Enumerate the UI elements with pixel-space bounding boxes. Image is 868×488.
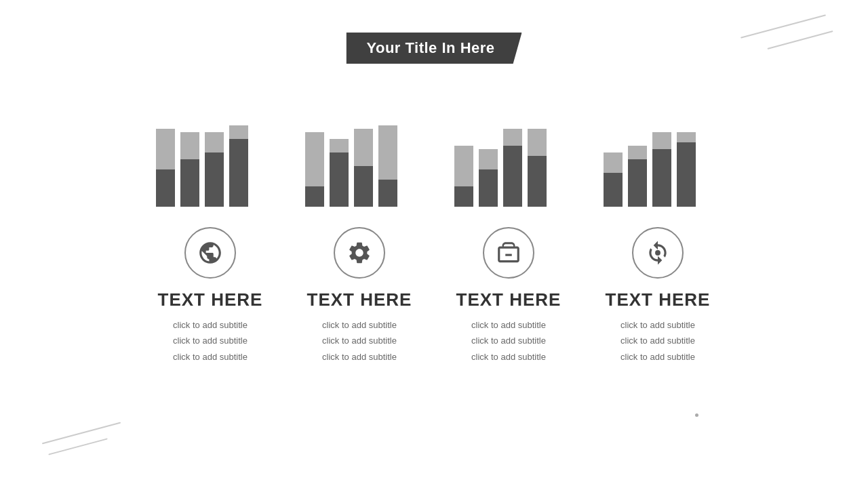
svg-point-0 bbox=[655, 250, 660, 256]
card-4-subtitles: click to add subtitle click to add subti… bbox=[620, 317, 695, 365]
bar-group bbox=[604, 95, 623, 207]
bar-chart-4 bbox=[604, 95, 712, 207]
bar-group bbox=[156, 95, 175, 207]
card-3: TEXT HERE click to add subtitle click to… bbox=[434, 95, 583, 365]
bar-top bbox=[479, 149, 498, 169]
bar-group bbox=[354, 95, 373, 207]
bar-bottom bbox=[479, 169, 498, 207]
card-3-title: TEXT HERE bbox=[456, 289, 561, 310]
card-1-subtitles: click to add subtitle click to add subti… bbox=[173, 317, 248, 365]
deco-line-top-right-2 bbox=[767, 30, 833, 49]
bar-bottom bbox=[628, 159, 647, 207]
bar-group bbox=[652, 95, 671, 207]
bar-bottom bbox=[354, 166, 373, 207]
subtitle-line[interactable]: click to add subtitle bbox=[173, 349, 248, 365]
bar-group bbox=[330, 95, 349, 207]
icon-circle-3 bbox=[483, 227, 534, 279]
bar-top bbox=[180, 132, 199, 159]
card-1-title: TEXT HERE bbox=[158, 289, 263, 310]
bar-bottom bbox=[677, 142, 696, 207]
title-banner: Your Title In Here bbox=[346, 33, 521, 64]
card-3-subtitles: click to add subtitle click to add subti… bbox=[471, 317, 546, 365]
page-title: Your Title In Here bbox=[366, 39, 494, 56]
small-dot-deco bbox=[695, 413, 698, 417]
subtitle-line[interactable]: click to add subtitle bbox=[173, 333, 248, 348]
bar-bottom bbox=[652, 149, 671, 207]
bar-top bbox=[454, 146, 473, 186]
bar-top bbox=[604, 152, 623, 173]
bar-group bbox=[628, 95, 647, 207]
bar-top bbox=[330, 139, 349, 152]
bar-top bbox=[229, 125, 248, 139]
subtitle-line[interactable]: click to add subtitle bbox=[322, 317, 397, 333]
bar-top bbox=[652, 132, 671, 149]
deco-line-bottom-left-1 bbox=[42, 422, 121, 445]
icon-circle-2 bbox=[334, 227, 385, 279]
bar-bottom bbox=[205, 152, 224, 207]
bar-bottom bbox=[330, 152, 349, 207]
bar-chart-1 bbox=[156, 95, 264, 207]
card-4-title: TEXT HERE bbox=[606, 289, 711, 310]
bar-group bbox=[503, 95, 522, 207]
bar-group bbox=[454, 95, 473, 207]
bar-group bbox=[378, 95, 397, 207]
bar-bottom bbox=[454, 186, 473, 207]
gear-icon bbox=[347, 240, 372, 266]
bar-top bbox=[354, 129, 373, 166]
bar-chart-2 bbox=[305, 95, 414, 207]
bar-group bbox=[479, 95, 498, 207]
subtitle-line[interactable]: click to add subtitle bbox=[322, 333, 397, 348]
bar-top bbox=[677, 132, 696, 142]
briefcase-icon bbox=[496, 240, 521, 266]
bar-bottom bbox=[156, 169, 175, 207]
subtitle-line[interactable]: click to add subtitle bbox=[620, 317, 695, 333]
bar-top bbox=[528, 129, 547, 156]
bar-group bbox=[305, 95, 324, 207]
bar-group bbox=[528, 95, 547, 207]
icon-circle-1 bbox=[184, 227, 236, 279]
bar-bottom bbox=[180, 159, 199, 207]
globe-icon bbox=[197, 240, 223, 266]
card-1: TEXT HERE click to add subtitle click to… bbox=[136, 95, 285, 365]
subtitle-line[interactable]: click to add subtitle bbox=[322, 349, 397, 365]
bar-top bbox=[503, 129, 522, 146]
deco-line-top-right-1 bbox=[741, 14, 826, 39]
bar-bottom bbox=[229, 139, 248, 207]
content-area: TEXT HERE click to add subtitle click to… bbox=[0, 95, 868, 365]
subtitle-line[interactable]: click to add subtitle bbox=[471, 317, 546, 333]
bar-group bbox=[180, 95, 199, 207]
subtitle-line[interactable]: click to add subtitle bbox=[173, 317, 248, 333]
bar-bottom bbox=[604, 173, 623, 207]
card-2-title: TEXT HERE bbox=[307, 289, 412, 310]
card-4: TEXT HERE click to add subtitle click to… bbox=[583, 95, 732, 365]
refresh-user-icon bbox=[645, 240, 671, 266]
bar-bottom bbox=[305, 186, 324, 207]
bar-top bbox=[205, 132, 224, 152]
bar-top bbox=[378, 125, 397, 180]
bar-top bbox=[305, 132, 324, 186]
bar-bottom bbox=[378, 180, 397, 207]
bar-top bbox=[628, 146, 647, 159]
subtitle-line[interactable]: click to add subtitle bbox=[471, 333, 546, 348]
subtitle-line[interactable]: click to add subtitle bbox=[471, 349, 546, 365]
bar-chart-3 bbox=[454, 95, 563, 207]
bar-group bbox=[677, 95, 696, 207]
bar-bottom bbox=[503, 146, 522, 207]
bar-top bbox=[156, 129, 175, 169]
deco-line-bottom-left-2 bbox=[48, 438, 107, 455]
card-2-subtitles: click to add subtitle click to add subti… bbox=[322, 317, 397, 365]
bar-group bbox=[205, 95, 224, 207]
card-2: TEXT HERE click to add subtitle click to… bbox=[285, 95, 434, 365]
icon-circle-4 bbox=[632, 227, 684, 279]
subtitle-line[interactable]: click to add subtitle bbox=[620, 349, 695, 365]
bar-group bbox=[229, 95, 248, 207]
subtitle-line[interactable]: click to add subtitle bbox=[620, 333, 695, 348]
bar-bottom bbox=[528, 156, 547, 207]
